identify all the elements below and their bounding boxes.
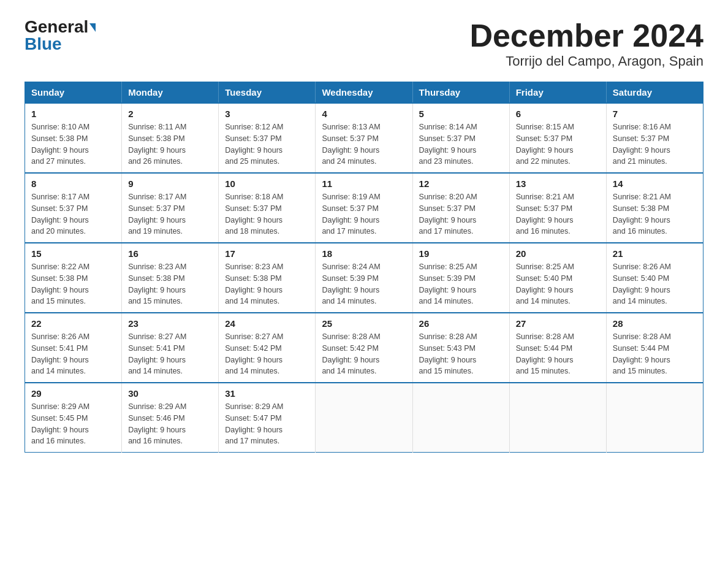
- header-saturday: Saturday: [606, 82, 703, 104]
- day-info-6: Sunrise: 8:15 AMSunset: 5:37 PMDaylight:…: [516, 121, 600, 167]
- day-number-1: 1: [31, 109, 115, 119]
- calendar-cell-w3-d1: 15Sunrise: 8:22 AMSunset: 5:38 PMDayligh…: [25, 243, 122, 313]
- calendar-cell-w3-d4: 18Sunrise: 8:24 AMSunset: 5:39 PMDayligh…: [316, 243, 412, 313]
- day-number-25: 25: [322, 318, 406, 329]
- day-number-17: 17: [225, 248, 309, 259]
- calendar-cell-w3-d2: 16Sunrise: 8:23 AMSunset: 5:38 PMDayligh…: [122, 243, 219, 313]
- calendar-cell-w5-d4: [316, 383, 412, 453]
- calendar-cell-w1-d7: 7Sunrise: 8:16 AMSunset: 5:37 PMDaylight…: [606, 103, 703, 173]
- calendar-cell-w4-d2: 23Sunrise: 8:27 AMSunset: 5:41 PMDayligh…: [122, 313, 219, 383]
- day-info-12: Sunrise: 8:20 AMSunset: 5:37 PMDaylight:…: [419, 191, 503, 237]
- day-info-1: Sunrise: 8:10 AMSunset: 5:38 PMDaylight:…: [31, 121, 115, 167]
- calendar-cell-w2-d7: 14Sunrise: 8:21 AMSunset: 5:38 PMDayligh…: [606, 173, 703, 243]
- day-info-22: Sunrise: 8:26 AMSunset: 5:41 PMDaylight:…: [31, 331, 115, 377]
- logo-triangle-icon: [89, 23, 96, 32]
- calendar-cell-w5-d5: [412, 383, 509, 453]
- calendar-cell-w5-d2: 30Sunrise: 8:29 AMSunset: 5:46 PMDayligh…: [122, 383, 219, 453]
- day-info-10: Sunrise: 8:18 AMSunset: 5:37 PMDaylight:…: [225, 191, 309, 237]
- calendar-cell-w2-d5: 12Sunrise: 8:20 AMSunset: 5:37 PMDayligh…: [412, 173, 509, 243]
- calendar-title: December 2024: [469, 18, 703, 53]
- calendar-cell-w1-d5: 5Sunrise: 8:14 AMSunset: 5:37 PMDaylight…: [412, 103, 509, 173]
- calendar-cell-w4-d1: 22Sunrise: 8:26 AMSunset: 5:41 PMDayligh…: [25, 313, 122, 383]
- day-number-19: 19: [419, 248, 503, 259]
- calendar-cell-w4-d5: 26Sunrise: 8:28 AMSunset: 5:43 PMDayligh…: [412, 313, 509, 383]
- calendar-cell-w1-d1: 1Sunrise: 8:10 AMSunset: 5:38 PMDaylight…: [25, 103, 122, 173]
- title-section: December 2024 Torrijo del Campo, Aragon,…: [469, 18, 703, 69]
- logo-general-line: General: [25, 18, 96, 36]
- day-number-26: 26: [419, 318, 503, 329]
- day-number-3: 3: [225, 109, 309, 119]
- day-number-4: 4: [322, 109, 406, 119]
- day-number-11: 11: [322, 178, 406, 189]
- day-info-13: Sunrise: 8:21 AMSunset: 5:37 PMDaylight:…: [516, 191, 600, 237]
- day-info-17: Sunrise: 8:23 AMSunset: 5:38 PMDaylight:…: [225, 261, 309, 307]
- day-info-26: Sunrise: 8:28 AMSunset: 5:43 PMDaylight:…: [419, 331, 503, 377]
- calendar-cell-w3-d6: 20Sunrise: 8:25 AMSunset: 5:40 PMDayligh…: [509, 243, 606, 313]
- day-info-5: Sunrise: 8:14 AMSunset: 5:37 PMDaylight:…: [419, 121, 503, 167]
- day-info-20: Sunrise: 8:25 AMSunset: 5:40 PMDaylight:…: [516, 261, 600, 307]
- day-info-29: Sunrise: 8:29 AMSunset: 5:45 PMDaylight:…: [31, 401, 115, 447]
- calendar-cell-w4-d4: 25Sunrise: 8:28 AMSunset: 5:42 PMDayligh…: [316, 313, 412, 383]
- calendar-header: Sunday Monday Tuesday Wednesday Thursday…: [25, 82, 703, 104]
- header-sunday: Sunday: [25, 82, 122, 104]
- header-friday: Friday: [509, 82, 606, 104]
- calendar-cell-w5-d7: [606, 383, 703, 453]
- day-info-23: Sunrise: 8:27 AMSunset: 5:41 PMDaylight:…: [128, 331, 212, 377]
- calendar-cell-w2-d4: 11Sunrise: 8:19 AMSunset: 5:37 PMDayligh…: [316, 173, 412, 243]
- day-number-20: 20: [516, 248, 600, 259]
- day-number-21: 21: [613, 248, 697, 259]
- header-monday: Monday: [122, 82, 219, 104]
- day-info-16: Sunrise: 8:23 AMSunset: 5:38 PMDaylight:…: [128, 261, 212, 307]
- day-number-10: 10: [225, 178, 309, 189]
- calendar-cell-w2-d1: 8Sunrise: 8:17 AMSunset: 5:37 PMDaylight…: [25, 173, 122, 243]
- day-number-8: 8: [31, 178, 115, 189]
- calendar-cell-w2-d2: 9Sunrise: 8:17 AMSunset: 5:37 PMDaylight…: [122, 173, 219, 243]
- day-number-2: 2: [128, 109, 212, 119]
- header-row: Sunday Monday Tuesday Wednesday Thursday…: [25, 82, 703, 104]
- week-row-5: 29Sunrise: 8:29 AMSunset: 5:45 PMDayligh…: [25, 383, 703, 453]
- calendar-cell-w1-d2: 2Sunrise: 8:11 AMSunset: 5:38 PMDaylight…: [122, 103, 219, 173]
- calendar-body: 1Sunrise: 8:10 AMSunset: 5:38 PMDaylight…: [25, 103, 703, 453]
- calendar-cell-w2-d3: 10Sunrise: 8:18 AMSunset: 5:37 PMDayligh…: [219, 173, 316, 243]
- day-info-11: Sunrise: 8:19 AMSunset: 5:37 PMDaylight:…: [322, 191, 406, 237]
- day-number-22: 22: [31, 318, 115, 329]
- calendar-cell-w5-d1: 29Sunrise: 8:29 AMSunset: 5:45 PMDayligh…: [25, 383, 122, 453]
- day-number-7: 7: [613, 109, 697, 119]
- day-number-14: 14: [613, 178, 697, 189]
- calendar-cell-w5-d3: 31Sunrise: 8:29 AMSunset: 5:47 PMDayligh…: [219, 383, 316, 453]
- day-info-14: Sunrise: 8:21 AMSunset: 5:38 PMDaylight:…: [613, 191, 697, 237]
- day-number-31: 31: [225, 388, 309, 399]
- day-info-4: Sunrise: 8:13 AMSunset: 5:37 PMDaylight:…: [322, 121, 406, 167]
- logo-general-text: General: [25, 17, 88, 36]
- logo-blue-text: Blue: [25, 34, 62, 53]
- day-info-28: Sunrise: 8:28 AMSunset: 5:44 PMDaylight:…: [613, 331, 697, 377]
- day-info-8: Sunrise: 8:17 AMSunset: 5:37 PMDaylight:…: [31, 191, 115, 237]
- day-number-23: 23: [128, 318, 212, 329]
- day-info-25: Sunrise: 8:28 AMSunset: 5:42 PMDaylight:…: [322, 331, 406, 377]
- day-info-21: Sunrise: 8:26 AMSunset: 5:40 PMDaylight:…: [613, 261, 697, 307]
- calendar-cell-w1-d4: 4Sunrise: 8:13 AMSunset: 5:37 PMDaylight…: [316, 103, 412, 173]
- day-number-15: 15: [31, 248, 115, 259]
- day-info-7: Sunrise: 8:16 AMSunset: 5:37 PMDaylight:…: [613, 121, 697, 167]
- calendar-cell-w2-d6: 13Sunrise: 8:21 AMSunset: 5:37 PMDayligh…: [509, 173, 606, 243]
- day-number-13: 13: [516, 178, 600, 189]
- day-number-12: 12: [419, 178, 503, 189]
- header-wednesday: Wednesday: [316, 82, 412, 104]
- calendar-cell-w4-d7: 28Sunrise: 8:28 AMSunset: 5:44 PMDayligh…: [606, 313, 703, 383]
- day-number-9: 9: [128, 178, 212, 189]
- calendar-cell-w3-d7: 21Sunrise: 8:26 AMSunset: 5:40 PMDayligh…: [606, 243, 703, 313]
- calendar-table: Sunday Monday Tuesday Wednesday Thursday…: [25, 82, 703, 453]
- week-row-3: 15Sunrise: 8:22 AMSunset: 5:38 PMDayligh…: [25, 243, 703, 313]
- day-info-18: Sunrise: 8:24 AMSunset: 5:39 PMDaylight:…: [322, 261, 406, 307]
- day-number-24: 24: [225, 318, 309, 329]
- calendar-cell-w5-d6: [509, 383, 606, 453]
- page-header: General Blue December 2024 Torrijo del C…: [25, 18, 703, 69]
- day-number-28: 28: [613, 318, 697, 329]
- calendar-cell-w4-d3: 24Sunrise: 8:27 AMSunset: 5:42 PMDayligh…: [219, 313, 316, 383]
- day-number-29: 29: [31, 388, 115, 399]
- logo: General Blue: [25, 18, 96, 53]
- day-info-15: Sunrise: 8:22 AMSunset: 5:38 PMDaylight:…: [31, 261, 115, 307]
- week-row-4: 22Sunrise: 8:26 AMSunset: 5:41 PMDayligh…: [25, 313, 703, 383]
- day-number-6: 6: [516, 109, 600, 119]
- calendar-cell-w1-d3: 3Sunrise: 8:12 AMSunset: 5:37 PMDaylight…: [219, 103, 316, 173]
